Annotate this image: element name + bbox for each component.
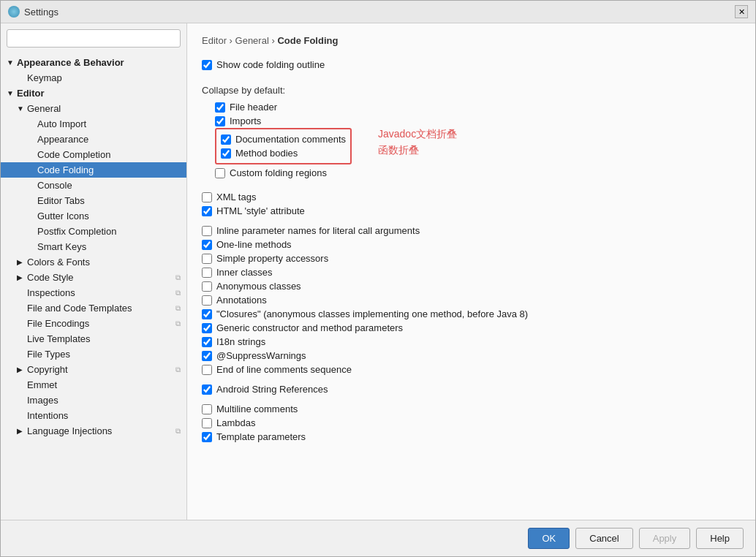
anonymous-classes-checkbox[interactable] — [202, 281, 212, 292]
sidebar-item-postfix-completion[interactable]: Postfix Completion — [1, 224, 186, 239]
sidebar-item-gutter-icons[interactable]: Gutter Icons — [1, 208, 186, 224]
custom-folding-label[interactable]: Custom folding regions — [230, 167, 327, 178]
anonymous-classes-label[interactable]: Anonymous classes — [216, 281, 301, 292]
one-line-methods-label[interactable]: One-line methods — [216, 239, 292, 250]
xml-tags-label[interactable]: XML tags — [216, 192, 256, 202]
xml-tags-checkbox[interactable] — [202, 192, 212, 202]
multiline-row: Multiline comments — [202, 402, 741, 416]
closures-row: "Closures" (anonymous classes implementi… — [202, 307, 741, 321]
sidebar-item-language-injections[interactable]: ▶ Language Injections ⧉ — [1, 423, 186, 439]
annotations-checkbox[interactable] — [202, 295, 212, 306]
sidebar-item-editor[interactable]: ▼ Editor — [1, 86, 186, 101]
inline-param-label[interactable]: Inline parameter names for literal call … — [216, 225, 420, 236]
sidebar: ▼ Appearance & Behavior Keymap ▼ Editor … — [1, 23, 187, 520]
sidebar-item-label: Code Style — [27, 272, 74, 283]
sidebar-item-code-style[interactable]: ▶ Code Style ⧉ — [1, 270, 186, 285]
inner-classes-label[interactable]: Inner classes — [216, 267, 273, 278]
file-header-row: File header — [215, 100, 741, 114]
closures-checkbox[interactable] — [202, 309, 212, 319]
inner-classes-checkbox[interactable] — [202, 268, 212, 278]
simple-property-checkbox[interactable] — [202, 254, 212, 264]
sidebar-item-label: Inspections — [27, 287, 75, 298]
imports-checkbox[interactable] — [215, 116, 225, 126]
multiline-checkbox[interactable] — [202, 404, 212, 414]
generic-constructor-checkbox[interactable] — [202, 323, 212, 333]
simple-property-label[interactable]: Simple property accessors — [216, 253, 328, 264]
file-header-checkbox[interactable] — [215, 102, 225, 113]
sidebar-item-file-types[interactable]: File Types — [1, 346, 186, 362]
i18n-label[interactable]: I18n strings — [216, 336, 265, 347]
template-params-checkbox[interactable] — [202, 432, 212, 442]
apply-button[interactable]: Apply — [639, 528, 691, 549]
cancel-button[interactable]: Cancel — [575, 528, 632, 549]
sidebar-item-intentions[interactable]: Intentions — [1, 408, 186, 423]
red-box: Documentation comments Method bodies — [215, 128, 352, 164]
inline-param-checkbox[interactable] — [202, 226, 212, 236]
sidebar-item-code-folding[interactable]: Code Folding — [1, 162, 186, 178]
end-of-line-checkbox[interactable] — [202, 365, 212, 375]
sidebar-item-live-templates[interactable]: Live Templates — [1, 331, 186, 346]
xml-tags-row: XML tags — [202, 190, 741, 204]
sidebar-item-file-encodings[interactable]: File Encodings ⧉ — [1, 316, 186, 331]
end-of-line-label[interactable]: End of line comments sequence — [216, 364, 352, 375]
sidebar-item-code-completion[interactable]: Code Completion — [1, 147, 186, 162]
doc-comments-label[interactable]: Documentation comments — [235, 134, 346, 145]
copy-icon: ⧉ — [175, 365, 181, 374]
android-string-label[interactable]: Android String References — [216, 384, 328, 395]
sidebar-item-general[interactable]: ▼ General — [1, 101, 186, 116]
sidebar-item-editor-tabs[interactable]: Editor Tabs — [1, 193, 186, 208]
html-style-checkbox[interactable] — [202, 206, 212, 216]
ok-button[interactable]: OK — [528, 528, 570, 549]
sidebar-item-appearance-behavior[interactable]: ▼ Appearance & Behavior — [1, 55, 186, 70]
anonymous-classes-row: Anonymous classes — [202, 279, 741, 293]
sidebar-item-emmet[interactable]: Emmet — [1, 377, 186, 393]
android-string-checkbox[interactable] — [202, 384, 212, 395]
collapse-by-default-label: Collapse by default: — [202, 85, 741, 96]
multiline-label[interactable]: Multiline comments — [216, 403, 298, 414]
copy-icon: ⧉ — [175, 289, 181, 298]
lambdas-label[interactable]: Lambdas — [216, 417, 255, 428]
html-style-label[interactable]: HTML 'style' attribute — [216, 205, 305, 216]
help-button[interactable]: Help — [696, 528, 744, 549]
sidebar-item-appearance[interactable]: Appearance — [1, 132, 186, 147]
sidebar-item-inspections[interactable]: Inspections ⧉ — [1, 285, 186, 300]
sidebar-item-label: Intentions — [27, 410, 68, 421]
sidebar-item-label: Colors & Fonts — [27, 257, 90, 268]
app-icon — [8, 6, 20, 18]
suppress-warnings-checkbox[interactable] — [202, 351, 212, 361]
sidebar-item-file-code-templates[interactable]: File and Code Templates ⧉ — [1, 300, 186, 316]
sidebar-item-label: Console — [37, 180, 72, 191]
sidebar-item-console[interactable]: Console — [1, 178, 186, 193]
close-button[interactable]: ✕ — [735, 5, 748, 18]
method-bodies-row: Method bodies — [221, 146, 346, 160]
search-input[interactable] — [7, 29, 181, 48]
custom-folding-checkbox[interactable] — [215, 168, 225, 178]
template-params-label[interactable]: Template parameters — [216, 431, 306, 442]
sidebar-item-label: Postfix Completion — [37, 226, 116, 237]
method-bodies-label[interactable]: Method bodies — [235, 148, 298, 159]
show-code-folding-checkbox[interactable] — [202, 60, 212, 70]
doc-comments-checkbox[interactable] — [221, 134, 231, 145]
annotations-row: Annotations — [202, 293, 741, 307]
imports-label[interactable]: Imports — [230, 115, 261, 126]
closures-label[interactable]: "Closures" (anonymous classes implementi… — [216, 308, 528, 319]
method-bodies-checkbox[interactable] — [221, 148, 231, 159]
sidebar-item-copyright[interactable]: ▶ Copyright ⧉ — [1, 362, 186, 377]
custom-folding-row: Custom folding regions — [215, 166, 741, 180]
sidebar-item-colors-fonts[interactable]: ▶ Colors & Fonts — [1, 254, 186, 270]
show-code-folding-label[interactable]: Show code folding outline — [216, 59, 325, 70]
lambdas-checkbox[interactable] — [202, 418, 212, 428]
file-header-label[interactable]: File header — [230, 102, 277, 113]
suppress-warnings-label[interactable]: @SuppressWarnings — [216, 350, 306, 361]
sidebar-item-auto-import[interactable]: Auto Import — [1, 116, 186, 132]
generic-constructor-label[interactable]: Generic constructor and method parameter… — [216, 322, 403, 333]
annotations-label[interactable]: Annotations — [216, 295, 267, 306]
one-line-methods-checkbox[interactable] — [202, 240, 212, 250]
inner-classes-row: Inner classes — [202, 265, 741, 279]
sidebar-item-label: File Encodings — [27, 318, 89, 329]
content-area: Editor › General › Code Folding Show cod… — [187, 23, 755, 520]
i18n-checkbox[interactable] — [202, 337, 212, 347]
sidebar-item-keymap[interactable]: Keymap — [1, 70, 186, 86]
sidebar-item-images[interactable]: Images — [1, 393, 186, 408]
sidebar-item-smart-keys[interactable]: Smart Keys — [1, 239, 186, 254]
